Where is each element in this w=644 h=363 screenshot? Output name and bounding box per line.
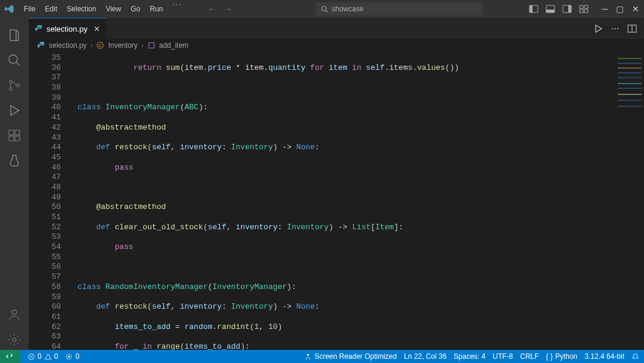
activity-scm[interactable] [0,73,29,98]
status-python-version[interactable]: 3.12.4 64-bit [584,352,624,361]
layout-left-icon[interactable] [529,4,538,14]
nav-back-icon[interactable]: ← [208,5,215,13]
layout-right-icon[interactable] [562,4,572,14]
layout-bottom-icon[interactable] [546,4,555,14]
svg-rect-20 [15,136,20,141]
breadcrumb-class[interactable]: Inventory [108,41,137,50]
activity-debug[interactable] [0,98,29,123]
activity-explorer[interactable] [0,23,29,48]
split-editor-icon[interactable] [627,24,637,33]
svg-rect-9 [584,5,588,8]
nav-forward-icon[interactable]: → [225,5,232,13]
titlebar: File Edit Selection View Go Run ··· ← → … [0,0,644,18]
more-actions-icon[interactable]: ⋯ [611,24,619,33]
svg-rect-5 [546,10,555,13]
window-maximize[interactable]: ▢ [616,4,624,14]
svg-rect-3 [530,5,532,13]
command-center[interactable]: showcase [315,2,482,16]
svg-rect-8 [580,5,583,8]
menu-file[interactable]: File [19,0,40,18]
svg-line-13 [16,62,20,66]
menu-go[interactable]: Go [126,0,145,18]
svg-rect-11 [584,10,588,13]
svg-rect-10 [580,10,583,13]
svg-text:C: C [99,43,103,48]
svg-point-15 [10,88,13,91]
svg-point-33 [307,353,309,355]
breadcrumb-file[interactable]: selection.py [49,41,86,50]
tab-close-icon[interactable]: ✕ [94,24,100,33]
breadcrumb-method[interactable]: add_item [159,41,188,50]
status-cursor[interactable]: Ln 22, Col 36 [404,352,446,361]
code-content[interactable]: return sum(item.price * item.quantity fo… [70,52,644,352]
svg-point-12 [9,55,17,63]
status-problems[interactable]: 0 0 [27,352,58,361]
menubar: File Edit Selection View Go Run ··· [19,0,187,18]
app-logo [0,4,19,14]
python-file-icon [37,41,45,50]
search-icon [321,5,328,13]
nav-arrows: ← → [208,5,232,13]
tab-label: selection.py [47,24,88,33]
tabbar: selection.py ✕ ⋯ [29,18,644,39]
svg-rect-27 [148,43,154,48]
svg-rect-7 [568,5,571,13]
layout-customize-icon[interactable] [579,4,589,14]
status-eol[interactable]: CRLF [520,352,538,361]
svg-point-14 [10,81,13,84]
main: selection.py ✕ ⋯ selection.py › C Invent… [0,18,644,352]
status-encoding[interactable]: UTF-8 [493,352,513,361]
svg-rect-17 [9,130,14,135]
breadcrumbs[interactable]: selection.py › C Inventory › add_item [29,39,644,52]
window-close[interactable]: ✕ [632,4,639,14]
menu-view[interactable]: View [101,0,126,18]
run-icon[interactable] [593,24,603,33]
line-numbers: 3536373839404142434445464748495051525354… [29,52,70,352]
svg-point-16 [17,84,20,87]
editor[interactable]: 3536373839404142434445464748495051525354… [29,52,644,352]
svg-rect-18 [15,130,20,135]
status-ports[interactable]: 0 [65,352,79,361]
remote-indicator[interactable] [0,350,20,363]
svg-point-31 [68,355,70,357]
svg-point-21 [12,310,17,315]
status-indent[interactable]: Spaces: 4 [454,352,485,361]
method-icon [147,41,156,50]
menu-run[interactable]: Run [145,0,168,18]
activity-settings[interactable] [0,327,29,352]
menu-edit[interactable]: Edit [40,0,62,18]
title-right: ─ ▢ ✕ [529,4,644,14]
activity-testing[interactable] [0,148,29,173]
status-screen-reader[interactable]: Screen Reader Optimized [304,352,397,361]
svg-point-0 [322,7,327,11]
python-file-icon [35,24,43,33]
class-icon: C [96,41,104,50]
statusbar: 0 0 0 Screen Reader Optimized Ln 22, Col… [0,350,644,363]
status-language[interactable]: { }Python [546,352,578,361]
menu-selection[interactable]: Selection [62,0,101,18]
activity-extensions[interactable] [0,123,29,148]
svg-rect-19 [9,136,14,141]
minimap[interactable] [615,52,644,352]
activity-search[interactable] [0,48,29,73]
activitybar [0,18,29,352]
search-text: showcase [332,5,363,13]
menu-more[interactable]: ··· [168,0,187,18]
svg-point-22 [13,338,16,342]
editor-area: selection.py ✕ ⋯ selection.py › C Invent… [29,18,644,352]
activity-account[interactable] [0,302,29,327]
status-notifications[interactable] [631,353,639,361]
tab-selection-py[interactable]: selection.py ✕ [29,18,106,39]
window-minimize[interactable]: ─ [602,4,608,14]
svg-line-1 [326,10,328,12]
